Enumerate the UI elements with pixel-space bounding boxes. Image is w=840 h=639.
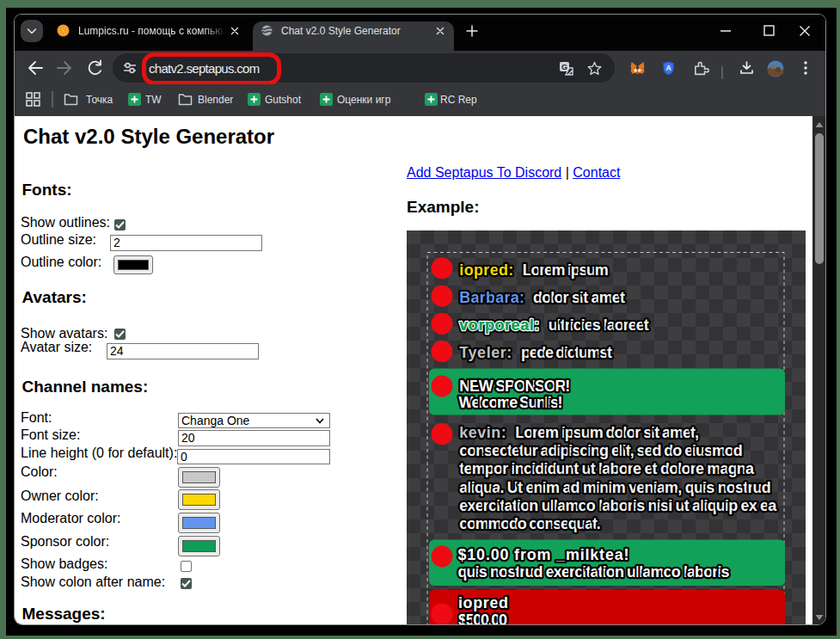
svg-text:$10.00 from _milktea!: $10.00 from _milktea! bbox=[458, 546, 629, 563]
svg-text:ultricies laoreet: ultricies laoreet bbox=[549, 316, 649, 334]
svg-text:Barbara:: Barbara: bbox=[459, 289, 524, 306]
svg-text:iopred: iopred bbox=[458, 594, 508, 611]
svg-text:tempor incididunt ut labore et: tempor incididunt ut labore et dolore ma… bbox=[459, 460, 755, 477]
svg-text:aliqua. Ut enim ad minim venia: aliqua. Ut enim ad minim veniam, quis no… bbox=[459, 479, 771, 496]
svg-text:kevin:: kevin: bbox=[459, 424, 506, 441]
svg-text:G: G bbox=[561, 63, 567, 71]
svg-text:pede dictumst: pede dictumst bbox=[521, 344, 612, 361]
svg-text:Tyeler:: Tyeler: bbox=[459, 344, 512, 361]
svg-text:Welcome Sunlis!: Welcome Sunlis! bbox=[458, 394, 562, 411]
svg-text:vorporeal:: vorporeal: bbox=[459, 316, 539, 334]
svg-text:consectetur adipiscing elit, s: consectetur adipiscing elit, sed do eius… bbox=[459, 442, 743, 459]
svg-text:commodo consequat.: commodo consequat. bbox=[459, 515, 600, 532]
svg-text:Lorem ipsum dolor sit amet,: Lorem ipsum dolor sit amet, bbox=[515, 424, 699, 441]
svg-text:NEW SPONSOR!: NEW SPONSOR! bbox=[459, 378, 570, 395]
svg-text:quis nostrud exercitation ulla: quis nostrud exercitation ullamco labori… bbox=[458, 563, 730, 581]
svg-text:dolor sit amet: dolor sit amet bbox=[533, 289, 625, 306]
svg-text:iopred:: iopred: bbox=[459, 261, 513, 279]
svg-text:A: A bbox=[666, 64, 671, 72]
svg-text:$500.00: $500.00 bbox=[458, 611, 507, 624]
svg-text:Lorem ipsum: Lorem ipsum bbox=[523, 261, 609, 279]
svg-text:exercitation ullamco laboris n: exercitation ullamco laboris nisi ut ali… bbox=[459, 497, 777, 514]
